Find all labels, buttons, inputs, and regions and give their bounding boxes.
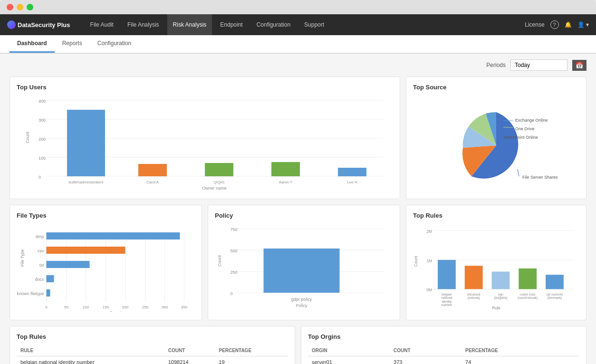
nav-file-analysis[interactable]: File Analysis: [122, 14, 165, 35]
svg-rect-76: [438, 260, 456, 289]
svg-text:300: 300: [162, 305, 168, 309]
brand: DataSecurity Plus: [7, 20, 70, 29]
svg-rect-66: [264, 249, 340, 293]
top-users-title: Top Users: [17, 84, 393, 91]
top-origins-title: Top Orgins: [308, 333, 579, 340]
svg-rect-79: [519, 268, 537, 289]
svg-rect-17: [271, 162, 300, 176]
origin-percentage: 74: [461, 356, 579, 364]
top-source-title: Top Source: [413, 84, 579, 91]
tab-configuration[interactable]: Configuration: [90, 35, 139, 53]
license-link[interactable]: License: [525, 21, 544, 28]
brand-logo: [7, 20, 16, 29]
period-row: Periods 📅: [10, 59, 586, 71]
origin-count: 373: [390, 356, 461, 364]
svg-text:national: national: [441, 296, 452, 299]
svg-text:500: 500: [231, 249, 238, 253]
svg-text:number: number: [442, 303, 452, 307]
svg-text:File Type: File Type: [20, 249, 25, 267]
close-dot[interactable]: [7, 4, 13, 10]
svg-text:Count: Count: [217, 255, 222, 267]
top-rules-chart-title: Top Rules: [413, 212, 579, 219]
svg-text:750: 750: [231, 227, 238, 232]
svg-text:Aaron T: Aaron T: [279, 180, 292, 184]
col-count: COUNT: [390, 345, 461, 356]
svg-text:isikukood: isikukood: [467, 293, 481, 296]
maximize-dot[interactable]: [27, 4, 33, 10]
svg-rect-77: [465, 266, 483, 289]
top-origins-table: ORGIN COUNT PERCENTAGE server01 373 74: [308, 345, 579, 364]
svg-text:(estonia): (estonia): [468, 296, 480, 300]
svg-text:200: 200: [38, 137, 46, 142]
svg-text:Policy: Policy: [296, 303, 308, 308]
svg-text:200: 200: [122, 305, 129, 309]
svg-rect-44: [47, 247, 125, 254]
col-count: COUNT: [164, 345, 215, 356]
svg-rect-47: [47, 289, 50, 297]
svg-text:docx: docx: [35, 277, 44, 282]
col-percentage: PERCENTAGE: [215, 345, 288, 356]
row-1: Top Users 400 300 200 100 0 Count: [10, 77, 586, 199]
svg-line-28: [518, 169, 519, 176]
file-types-chart: dmp csv txt docx unknown filetype File T…: [17, 224, 195, 313]
nav-support[interactable]: Support: [298, 14, 330, 35]
svg-text:350: 350: [181, 305, 188, 309]
svg-text:400: 400: [38, 99, 46, 104]
table-row: server01 373 74: [308, 356, 579, 364]
tab-reports[interactable]: Reports: [55, 35, 90, 53]
top-source-chart: Exchange Online One Drive SharePoint Onl…: [413, 96, 579, 191]
svg-text:300: 300: [38, 118, 46, 123]
file-types-card: File Types dmp csv txt docx unknown file…: [10, 205, 202, 320]
period-input[interactable]: [510, 59, 567, 71]
nav-risk-analysis[interactable]: Risk Analysis: [167, 14, 212, 35]
row-2: File Types dmp csv txt docx unknown file…: [10, 205, 586, 320]
svg-rect-80: [546, 275, 564, 289]
top-rules-chart-card: Top Rules 2M 1M 0M Count: [406, 205, 586, 320]
svg-text:150: 150: [103, 305, 109, 309]
help-icon[interactable]: ?: [550, 20, 559, 29]
table-row: belgian national identity number 1098214…: [17, 356, 288, 364]
svg-text:0M: 0M: [426, 287, 432, 292]
brand-label: DataSecurity Plus: [18, 21, 70, 29]
nav-configuration[interactable]: Configuration: [251, 14, 296, 35]
svg-text:0: 0: [38, 175, 41, 180]
svg-text:One Drive: One Drive: [515, 126, 535, 131]
calendar-button[interactable]: 📅: [572, 60, 586, 71]
policy-card: Policy 750 500 250 0 Count gdpr poli: [208, 205, 400, 320]
svg-text:50: 50: [64, 305, 68, 309]
svg-text:Carol A: Carol A: [146, 180, 159, 184]
file-types-title: File Types: [17, 212, 195, 219]
bell-icon[interactable]: 🔔: [565, 21, 572, 28]
svg-text:dmp: dmp: [36, 234, 44, 239]
top-source-card: Top Source Exchange Online: [406, 77, 586, 199]
col-origin: ORGIN: [308, 345, 390, 356]
svg-text:Rule: Rule: [492, 306, 500, 310]
svg-text:rodné číslo: rodné číslo: [520, 293, 536, 296]
user-icon[interactable]: 👤 ▾: [577, 21, 589, 28]
svg-rect-43: [47, 232, 180, 239]
top-rules-table: RULE COUNT PERCENTAGE belgian national i…: [17, 345, 288, 364]
tab-dashboard[interactable]: Dashboard: [10, 35, 55, 53]
svg-text:builtin\administrators: builtin\administrators: [68, 180, 103, 184]
nav-links: File Audit File Analysis Risk Analysis E…: [85, 14, 525, 35]
top-users-card: Top Users 400 300 200 100 0 Count: [10, 77, 400, 199]
window-chrome: [0, 0, 596, 14]
svg-text:Owner name: Owner name: [202, 186, 227, 191]
svg-rect-13: [138, 164, 167, 176]
minimize-dot[interactable]: [17, 4, 23, 10]
policy-title: Policy: [215, 212, 393, 219]
svg-rect-46: [47, 275, 54, 282]
svg-text:100: 100: [83, 305, 89, 309]
nav-file-audit[interactable]: File Audit: [85, 14, 119, 35]
svg-rect-11: [67, 110, 105, 176]
svg-text:txt: txt: [39, 263, 44, 268]
subtabs: Dashboard Reports Configuration: [0, 35, 596, 54]
top-rules-table-title: Top Rules: [17, 333, 288, 340]
top-users-chart: 400 300 200 100 0 Count builti: [17, 96, 393, 192]
nav-right: License ? 🔔 👤 ▾: [525, 20, 589, 29]
top-rules-chart-area: 2M 1M 0M Count: [413, 224, 579, 313]
svg-text:Count: Count: [25, 131, 30, 143]
row-3: Top Rules RULE COUNT PERCENTAGE belgian …: [10, 326, 586, 364]
nav-endpoint[interactable]: Endpoint: [214, 14, 248, 35]
svg-text:(denmark): (denmark): [548, 296, 562, 300]
